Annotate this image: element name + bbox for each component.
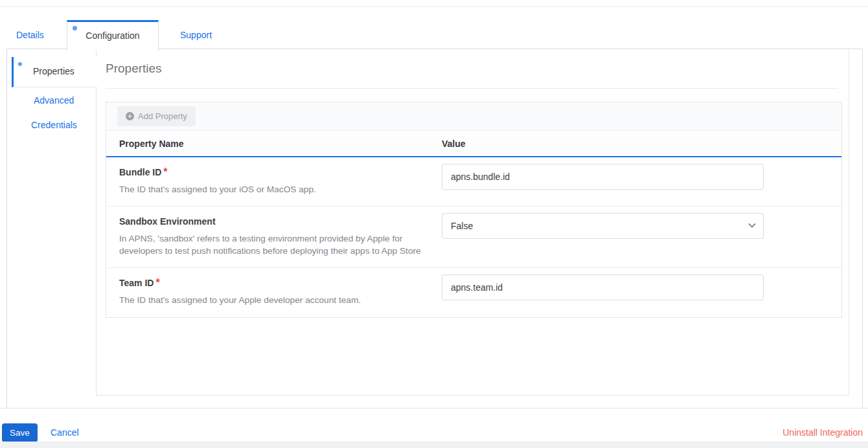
- property-label: Team ID: [119, 278, 154, 288]
- property-label: Sandbox Environment: [119, 216, 216, 227]
- selected-option-label: False: [451, 221, 473, 231]
- sidebar-item-properties-label: Properties: [33, 66, 74, 76]
- sidebar-item-credentials[interactable]: Credentials: [31, 120, 77, 130]
- section-heading: Properties: [106, 62, 162, 76]
- heading-rule: [106, 88, 838, 89]
- property-value-cell: False: [442, 207, 841, 267]
- tab-support[interactable]: Support: [180, 20, 212, 50]
- table-header-row: Property Name Value: [106, 131, 841, 157]
- table-row-sandbox-environment: Sandbox Environment In APNS, 'sandbox' r…: [106, 207, 841, 268]
- property-name-cell: Team ID* The ID that's assigned to your …: [106, 268, 442, 317]
- uninstall-integration-link[interactable]: Uninstall Integration: [782, 427, 863, 438]
- properties-toolbar: + Add Property: [106, 102, 841, 131]
- property-value-cell: [442, 157, 841, 206]
- table-row-bundle-id: Bundle ID* The ID that's assigned to you…: [106, 157, 841, 207]
- top-divider: [0, 6, 868, 7]
- property-name-cell: Sandbox Environment In APNS, 'sandbox' r…: [106, 207, 442, 267]
- column-header-property-name: Property Name: [106, 139, 442, 149]
- team-id-input[interactable]: [442, 274, 764, 300]
- sidebar-item-advanced[interactable]: Advanced: [34, 95, 74, 106]
- property-description: The ID that's assigned to your Apple dev…: [119, 294, 422, 306]
- property-description: In APNS, 'sandbox' refers to a testing e…: [119, 232, 422, 257]
- sandbox-environment-select[interactable]: False: [442, 213, 764, 239]
- footer-divider: [0, 408, 868, 409]
- property-description: The ID that's assigned to your iOS or Ma…: [119, 183, 422, 196]
- cancel-button[interactable]: Cancel: [51, 427, 79, 438]
- required-asterisk: *: [163, 166, 167, 177]
- plus-circle-icon: +: [126, 112, 134, 120]
- unsaved-changes-dot-icon: [18, 62, 22, 66]
- add-property-label: Add Property: [138, 111, 187, 121]
- tab-configuration-label: Configuration: [86, 30, 139, 41]
- content-box-right-border: [849, 49, 849, 395]
- sidebar-divider: [96, 87, 97, 395]
- tab-details[interactable]: Details: [16, 20, 44, 50]
- property-name-cell: Bundle ID* The ID that's assigned to you…: [106, 157, 442, 206]
- save-button[interactable]: Save: [2, 423, 38, 442]
- table-row-team-id: Team ID* The ID that's assigned to your …: [106, 268, 841, 317]
- column-header-value: Value: [442, 139, 841, 149]
- sidebar-item-properties[interactable]: Properties: [12, 57, 97, 87]
- content-box-bottom-border: [96, 395, 849, 396]
- unsaved-changes-dot-icon: [73, 26, 77, 30]
- property-label: Bundle ID: [119, 167, 161, 177]
- chevron-down-icon: [748, 221, 755, 228]
- tab-configuration[interactable]: Configuration: [67, 20, 159, 50]
- properties-card: + Add Property Property Name Value Bundl…: [106, 102, 842, 318]
- property-value-cell: [442, 268, 841, 317]
- add-property-button[interactable]: + Add Property: [117, 106, 196, 126]
- bundle-id-input[interactable]: [442, 164, 764, 190]
- bottom-strip: [0, 442, 868, 448]
- required-asterisk: *: [155, 277, 159, 288]
